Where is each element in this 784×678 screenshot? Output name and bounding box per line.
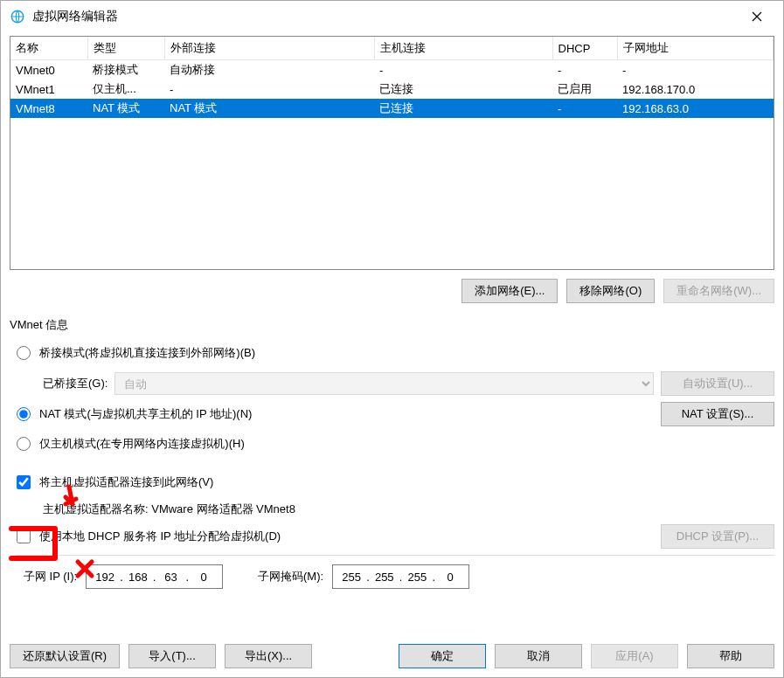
- table-row[interactable]: VMnet8NAT 模式NAT 模式已连接-192.168.63.0: [10, 99, 774, 118]
- nat-radio-row: NAT 模式(与虚拟机共享主机的 IP 地址)(N) NAT 设置(S)...: [17, 399, 774, 429]
- table-cell: 已连接: [374, 80, 552, 99]
- col-ext[interactable]: 外部连接: [164, 37, 374, 60]
- subnet-row: 子网 IP (I): . . . 子网掩码(M): . . .: [24, 557, 774, 596]
- apply-button: 应用(A): [591, 644, 678, 668]
- mask-oct-3[interactable]: [404, 571, 430, 584]
- bridge-radio[interactable]: [17, 346, 31, 360]
- table-cell: -: [552, 60, 617, 80]
- table-row[interactable]: VMnet1仅主机...-已连接已启用192.168.170.0: [10, 80, 774, 99]
- network-table-container: 名称 类型 外部连接 主机连接 DHCP 子网地址 VMnet0桥接模式自动桥接…: [10, 36, 774, 270]
- table-row[interactable]: VMnet0桥接模式自动桥接---: [10, 60, 774, 80]
- app-icon: [10, 9, 25, 24]
- dhcp-label: 使用本地 DHCP 服务将 IP 地址分配给虚拟机(D): [39, 529, 281, 544]
- hostonly-radio-row: 仅主机模式(在专用网络内连接虚拟机)(H): [17, 429, 774, 459]
- ip-oct-2[interactable]: [125, 571, 151, 584]
- bridge-radio-label: 桥接模式(将虚拟机直接连接到外部网络)(B): [39, 345, 255, 361]
- table-cell: 192.168.63.0: [617, 99, 774, 118]
- add-network-button[interactable]: 添加网络(E)...: [461, 279, 558, 303]
- table-cell: 192.168.170.0: [617, 80, 774, 99]
- nat-radio[interactable]: [17, 407, 31, 421]
- table-cell: VMnet1: [10, 80, 87, 99]
- dhcp-settings-button: DHCP 设置(P)...: [661, 524, 774, 549]
- mask-oct-4[interactable]: [437, 571, 463, 584]
- network-table[interactable]: 名称 类型 外部连接 主机连接 DHCP 子网地址 VMnet0桥接模式自动桥接…: [10, 37, 774, 118]
- table-cell: 桥接模式: [87, 60, 164, 80]
- mask-oct-1[interactable]: [338, 571, 364, 584]
- rename-network-button: 重命名网络(W)...: [663, 279, 774, 303]
- group-legend: VMnet 信息: [10, 317, 774, 333]
- bridged-to-label: 已桥接至(G):: [43, 376, 108, 391]
- cancel-button[interactable]: 取消: [495, 644, 582, 668]
- table-cell: -: [617, 60, 774, 80]
- title-bar: 虚拟网络编辑器: [1, 1, 783, 32]
- table-cell: 已连接: [374, 99, 552, 118]
- hostonly-radio[interactable]: [17, 437, 31, 451]
- col-dhcp[interactable]: DHCP: [552, 37, 617, 60]
- ip-oct-4[interactable]: [191, 571, 217, 584]
- subnet-mask-label: 子网掩码(M):: [258, 569, 323, 585]
- table-cell: VMnet0: [10, 60, 87, 80]
- table-cell: VMnet8: [10, 99, 87, 118]
- table-cell: 自动桥接: [164, 60, 374, 80]
- connect-host-checkbox[interactable]: [17, 475, 31, 489]
- ip-oct-3[interactable]: [157, 571, 184, 584]
- table-cell: NAT 模式: [164, 99, 374, 118]
- table-cell: NAT 模式: [87, 99, 164, 118]
- col-host[interactable]: 主机连接: [374, 37, 552, 60]
- ok-button[interactable]: 确定: [399, 644, 486, 668]
- subnet-mask-input[interactable]: . . .: [332, 564, 469, 589]
- subnet-ip-label: 子网 IP (I):: [24, 569, 77, 585]
- bridged-to-row: 已桥接至(G): 自动 自动设置(U)...: [43, 371, 774, 396]
- import-button[interactable]: 导入(T)...: [128, 644, 216, 668]
- subnet-ip-input[interactable]: . . .: [86, 564, 223, 589]
- dhcp-checkbox[interactable]: [17, 529, 31, 543]
- export-button[interactable]: 导出(X)...: [225, 644, 312, 668]
- nat-radio-label: NAT 模式(与虚拟机共享主机的 IP 地址)(N): [39, 406, 252, 422]
- restore-defaults-button[interactable]: 还原默认设置(R): [10, 644, 120, 668]
- help-button[interactable]: 帮助: [687, 644, 774, 668]
- bridged-to-select: 自动: [114, 372, 654, 395]
- window-title: 虚拟网络编辑器: [32, 9, 739, 24]
- table-cell: -: [552, 99, 617, 118]
- vmnet-info-group: VMnet 信息 桥接模式(将虚拟机直接连接到外部网络)(B) 已桥接至(G):…: [10, 317, 774, 596]
- table-cell: -: [164, 80, 374, 99]
- bridge-radio-row: 桥接模式(将虚拟机直接连接到外部网络)(B): [17, 338, 774, 368]
- table-cell: -: [374, 60, 552, 80]
- col-subnet[interactable]: 子网地址: [617, 37, 774, 60]
- table-cell: 仅主机...: [87, 80, 164, 99]
- table-cell: 已启用: [552, 80, 617, 99]
- mask-oct-2[interactable]: [371, 571, 398, 584]
- ip-oct-1[interactable]: [92, 571, 118, 584]
- nat-settings-button[interactable]: NAT 设置(S)...: [661, 402, 774, 426]
- col-type[interactable]: 类型: [87, 37, 164, 60]
- connect-host-label: 将主机虚拟适配器连接到此网络(V): [39, 474, 213, 490]
- connect-host-row: 将主机虚拟适配器连接到此网络(V): [17, 467, 774, 497]
- auto-settings-button: 自动设置(U)...: [661, 371, 774, 396]
- table-button-row: 添加网络(E)... 移除网络(O) 重命名网络(W)...: [1, 270, 783, 317]
- col-name[interactable]: 名称: [10, 37, 87, 60]
- hostonly-radio-label: 仅主机模式(在专用网络内连接虚拟机)(H): [39, 436, 245, 452]
- bottom-button-bar: 还原默认设置(R) 导入(T)... 导出(X)... 确定 取消 应用(A) …: [10, 644, 774, 668]
- dhcp-row: 使用本地 DHCP 服务将 IP 地址分配给虚拟机(D) DHCP 设置(P).…: [17, 522, 774, 551]
- adapter-name-label: 主机虚拟适配器名称: VMware 网络适配器 VMnet8: [43, 497, 774, 522]
- close-button[interactable]: [739, 1, 774, 32]
- remove-network-button[interactable]: 移除网络(O): [566, 279, 655, 303]
